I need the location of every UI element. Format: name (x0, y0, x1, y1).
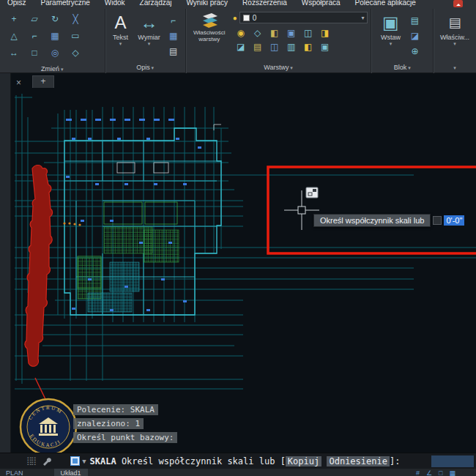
panel-label-blok[interactable]: Blok (371, 63, 433, 73)
customize-wrench-icon[interactable] (41, 456, 51, 466)
layer-off-icon[interactable]: ◨ (319, 27, 332, 39)
layout-tab-uklad1[interactable]: Układ1 (54, 469, 88, 476)
history-line: Polecenie: SKALA (73, 404, 158, 415)
panel-label-warstwy[interactable]: Warstwy (186, 63, 371, 73)
layer-on-icon[interactable]: ◉ (234, 27, 248, 39)
dynamic-input-prompt: Określ współczynnik skali lub (313, 214, 431, 227)
array-icon[interactable]: ▦ (48, 30, 62, 42)
ribbon-panels: +▱↻╳△⌐▦▭↔□◎◇ Zmień A Tekst ▾ ↔ Wymiar ▾ … (0, 9, 476, 73)
panel-zmien: +▱↻╳△⌐▦▭↔□◎◇ Zmień (0, 9, 105, 73)
copy-icon[interactable]: ▱ (28, 13, 41, 25)
insert-block-icon: ▣ (382, 12, 399, 34)
layer-bulb-icon[interactable]: ● (233, 14, 237, 22)
dynamic-input-field[interactable]: 0'-0" (444, 215, 464, 226)
ribbon: OpiszParametryczneWidokZarządzajWyniki p… (0, 0, 476, 73)
dynamic-input: Określ współczynnik skali lub 0'-0" (313, 214, 464, 227)
dimension-icon: ↔ (141, 12, 158, 34)
ortho-icon[interactable]: ∠ (426, 469, 432, 476)
layer-dropdown[interactable]: 0 ▾ (239, 12, 368, 23)
chevron-down-icon: ▾ (148, 41, 151, 47)
workspace-icon[interactable]: ▦ (449, 469, 455, 476)
ribbon-tab-zarz-dzaj[interactable]: Zarządzaj (140, 0, 172, 8)
autocad-window: OpiszParametryczneWidokZarządzajWyniki p… (0, 0, 476, 476)
layer-merge-icon[interactable]: ◫ (268, 41, 281, 53)
block-tools: ▤◪⊕ (406, 10, 423, 62)
ribbon-tab-widok[interactable]: Widok (105, 0, 125, 8)
layer-isolate-icon[interactable]: ◫ (302, 27, 315, 39)
chevron-down-icon: ▾ (119, 41, 122, 47)
properties-icon: ▤ (448, 12, 461, 34)
new-tab-button[interactable]: + (32, 75, 54, 88)
snap-icon[interactable]: □ (439, 469, 442, 476)
move-icon[interactable]: + (7, 13, 21, 25)
command-prompt-text: SKALA Określ współczynnik skali lub [Kop… (90, 456, 401, 466)
recent-commands-icon[interactable]: ▼ (82, 458, 86, 465)
edit-block-icon[interactable]: ◪ (408, 31, 421, 41)
block-attrib-icon[interactable]: ⊕ (408, 46, 421, 56)
dynamic-input-icon (433, 216, 442, 225)
layer-state-icon[interactable]: ▣ (319, 41, 332, 53)
layer-color-icon[interactable]: ▣ (285, 27, 298, 39)
option-kopiuj[interactable]: Kopiuj (286, 456, 321, 466)
drawing-area[interactable]: × + (0, 73, 476, 453)
history-line: znaleziono: 1 (73, 418, 144, 429)
construction-grid (15, 94, 476, 389)
ribbon-tab-bar: OpiszParametryczneWidokZarządzajWyniki p… (0, 0, 476, 9)
dimension-button[interactable]: ↔ Wymiar ▾ (133, 10, 166, 62)
stretch-icon[interactable]: ↔ (7, 47, 21, 59)
grid-icon[interactable]: # (416, 469, 420, 476)
trim-icon[interactable]: ╳ (69, 13, 82, 25)
panel-label-zmien[interactable]: Zmień (0, 64, 105, 74)
mirror-icon[interactable]: △ (7, 30, 21, 42)
layer-prev-icon[interactable]: ▤ (251, 41, 264, 53)
history-line: Określ punkt bazowy: (73, 432, 177, 443)
logo-badge: CENTRUM EDUKACJI (19, 398, 78, 456)
chevron-down-icon: ▾ (453, 41, 456, 47)
ribbon-tab-opisz[interactable]: Opisz (7, 0, 26, 8)
scale-icon[interactable]: □ (28, 47, 41, 59)
layer-properties-label: Właściwości warstwy (189, 29, 230, 42)
layer-properties-button[interactable]: Właściwości warstwy (189, 10, 230, 62)
modify-tools: +▱↻╳△⌐▦▭↔□◎◇ (3, 10, 85, 63)
ribbon-tab-parametryczne[interactable]: Parametryczne (41, 0, 90, 8)
create-block-icon[interactable]: ▤ (408, 15, 421, 26)
command-line[interactable]: ⣿⣿ ▼ SKALA Określ współczynnik skali lub… (0, 453, 476, 469)
layer-match-icon[interactable]: ◪ (234, 41, 248, 53)
status-toggles: #∠□▦ (416, 469, 455, 476)
current-layer-name: 0 (253, 14, 257, 22)
close-tab-icon[interactable]: × (16, 78, 21, 88)
command-grip-icon[interactable]: ⣿⣿ (26, 456, 35, 466)
text-style-icon[interactable]: ▤ (167, 46, 180, 56)
insert-button-label: Wstaw (381, 34, 401, 41)
layer-walk-icon[interactable]: ◧ (302, 41, 315, 53)
share-icon[interactable] (453, 0, 463, 7)
fillet-icon[interactable]: ⌐ (28, 30, 41, 42)
plan-indicator[interactable]: PLAN (6, 469, 23, 476)
rotate-icon[interactable]: ↻ (48, 13, 62, 25)
view-tabs-strip (0, 73, 11, 453)
layer-lock-icon[interactable]: ◧ (268, 27, 281, 39)
panel-label-opis[interactable]: Opis (105, 63, 185, 73)
offset-icon[interactable]: ◎ (48, 47, 62, 59)
layer-tools-row2: ◪▤◫▥◧▣ (233, 39, 368, 53)
erase-icon[interactable]: ▭ (69, 30, 82, 42)
text-button[interactable]: A Tekst ▾ (108, 10, 133, 62)
panel-opis: A Tekst ▾ ↔ Wymiar ▾ ⌐▦▤ Opis (105, 9, 186, 73)
ribbon-tab-polecane-aplikacje[interactable]: Polecane aplikacje (355, 0, 416, 8)
dimension-button-label: Wymiar (138, 34, 160, 41)
properties-button[interactable]: ▤ Właściw... ▾ (436, 10, 473, 62)
text-icon: A (115, 12, 127, 34)
ribbon-tab-wsp-praca[interactable]: Współpraca (302, 0, 341, 8)
ribbon-tab-wyniki-pracy[interactable]: Wyniki pracy (187, 0, 228, 8)
insert-button[interactable]: ▣ Wstaw ▾ (374, 10, 406, 62)
text-button-label: Tekst (113, 34, 128, 41)
leader-icon[interactable]: ⌐ (167, 15, 180, 26)
table-icon[interactable]: ▦ (167, 31, 180, 41)
command-history: Polecenie: SKALAznaleziono: 1Określ punk… (73, 404, 177, 446)
layer-freeze-icon[interactable]: ◇ (251, 27, 264, 39)
option-odniesienie[interactable]: Odniesienie (327, 456, 389, 466)
explode-icon[interactable]: ◇ (69, 47, 82, 59)
ribbon-tab-rozszerzenia[interactable]: Rozszerzenia (242, 0, 287, 8)
layer-delete-icon[interactable]: ▥ (285, 41, 298, 53)
panel-blok: ▣ Wstaw ▾ ▤◪⊕ Blok (371, 9, 434, 73)
